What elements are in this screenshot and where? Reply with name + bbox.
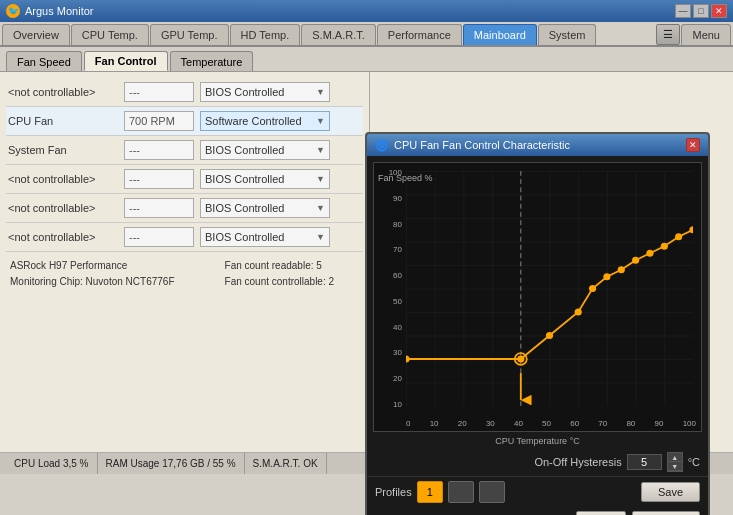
fan-label-system: System Fan <box>8 144 118 156</box>
fan-row-1: <not controllable> --- BIOS Controlled ▼ <box>6 78 363 107</box>
chevron-down-icon: ▼ <box>316 145 325 155</box>
dialog: 🌀 CPU Fan Fan Control Characteristic ✕ F… <box>365 132 710 515</box>
tab-hd-temp[interactable]: HD Temp. <box>230 24 301 45</box>
profile-button-1[interactable]: 1 <box>417 481 443 503</box>
fan-control-4[interactable]: BIOS Controlled ▼ <box>200 227 330 247</box>
fan-control-system[interactable]: BIOS Controlled ▼ <box>200 140 330 160</box>
sub-tab-fan-control[interactable]: Fan Control <box>84 51 168 71</box>
fan-count-controllable: Fan count controllable: 2 <box>225 274 335 290</box>
fan-speed-4: --- <box>124 227 194 247</box>
fan-speed-cpu: 700 RPM <box>124 111 194 131</box>
sub-tabs: Fan Speed Fan Control Temperature <box>0 47 733 72</box>
save-button[interactable]: Save <box>641 482 700 502</box>
tab-smart[interactable]: S.M.A.R.T. <box>301 24 376 45</box>
profiles-row: Profiles 1 Save <box>367 476 708 507</box>
sub-tab-fan-speed[interactable]: Fan Speed <box>6 51 82 71</box>
app-title: Argus Monitor <box>25 5 93 17</box>
fan-label-3: <not controllable> <box>8 202 118 214</box>
board-name: ASRock H97 Performance <box>10 258 175 274</box>
fan-control-3[interactable]: BIOS Controlled ▼ <box>200 198 330 218</box>
svg-point-4 <box>546 332 553 339</box>
sub-tab-temperature[interactable]: Temperature <box>170 51 254 71</box>
minimize-button[interactable]: — <box>675 4 691 18</box>
dialog-title-bar: 🌀 CPU Fan Fan Control Characteristic ✕ <box>367 134 708 156</box>
chevron-down-icon: ▼ <box>316 174 325 184</box>
title-bar-left: 🐦 Argus Monitor <box>6 4 93 18</box>
tab-mainboard[interactable]: Mainboard <box>463 24 537 45</box>
fan-row-3: <not controllable> --- BIOS Controlled ▼ <box>6 194 363 223</box>
chevron-down-icon: ▼ <box>316 87 325 97</box>
dialog-close-button[interactable]: ✕ <box>686 138 700 152</box>
fan-count-readable: Fan count readable: 5 <box>225 258 335 274</box>
tab-system[interactable]: System <box>538 24 597 45</box>
fan-row-system: System Fan --- BIOS Controlled ▼ <box>6 136 363 165</box>
smart-status: S.M.A.R.T. OK <box>245 453 327 474</box>
svg-point-5 <box>575 308 582 315</box>
svg-rect-0 <box>406 171 693 406</box>
chevron-down-icon: ▼ <box>316 116 325 126</box>
menu-icon[interactable]: ☰ <box>656 24 680 45</box>
tab-performance[interactable]: Performance <box>377 24 462 45</box>
info-section: ASRock H97 Performance Monitoring Chip: … <box>6 252 363 292</box>
svg-point-10 <box>646 250 653 257</box>
fan-speed-3: --- <box>124 198 194 218</box>
left-panel: <not controllable> --- BIOS Controlled ▼… <box>0 72 370 452</box>
fan-control-1[interactable]: BIOS Controlled ▼ <box>200 82 330 102</box>
fan-control-2[interactable]: BIOS Controlled ▼ <box>200 169 330 189</box>
hysteresis-label: On-Off Hysteresis <box>534 456 621 468</box>
fan-label-4: <not controllable> <box>8 231 118 243</box>
svg-point-6 <box>589 285 596 292</box>
svg-point-11 <box>661 243 668 250</box>
hysteresis-row: On-Off Hysteresis ▲ ▼ °C <box>367 448 708 476</box>
tab-overview[interactable]: Overview <box>2 24 70 45</box>
cancel-button[interactable]: Cancel <box>632 511 700 515</box>
fan-row-2: <not controllable> --- BIOS Controlled ▼ <box>6 165 363 194</box>
close-button[interactable]: ✕ <box>711 4 727 18</box>
chart-svg <box>406 171 693 406</box>
spin-up-button[interactable]: ▲ <box>668 453 682 462</box>
fan-label-cpu: CPU Fan <box>8 115 118 127</box>
app-icon: 🐦 <box>6 4 20 18</box>
svg-point-3 <box>517 355 524 362</box>
chevron-down-icon: ▼ <box>316 203 325 213</box>
cpu-load-status: CPU Load 3,5 % <box>6 453 98 474</box>
fan-speed-system: --- <box>124 140 194 160</box>
profile-button-2[interactable] <box>448 481 474 503</box>
hysteresis-input[interactable] <box>627 454 662 470</box>
spin-down-button[interactable]: ▼ <box>668 462 682 471</box>
tab-gpu-temp[interactable]: GPU Temp. <box>150 24 229 45</box>
nav-tabs: Overview CPU Temp. GPU Temp. HD Temp. S.… <box>0 22 733 47</box>
hysteresis-unit: °C <box>688 456 700 468</box>
fan-row-cpu: CPU Fan 700 RPM Software Controlled ▼ <box>6 107 363 136</box>
fan-label-1: <not controllable> <box>8 86 118 98</box>
title-bar: 🐦 Argus Monitor — □ ✕ <box>0 0 733 22</box>
dialog-action-buttons: OK Cancel <box>367 507 708 515</box>
fan-speed-2: --- <box>124 169 194 189</box>
window-controls: — □ ✕ <box>675 4 727 18</box>
x-axis-label: CPU Temperature °C <box>367 436 708 446</box>
profile-button-3[interactable] <box>479 481 505 503</box>
tab-cpu-temp[interactable]: CPU Temp. <box>71 24 149 45</box>
svg-point-7 <box>603 273 610 280</box>
fan-speed-1: --- <box>124 82 194 102</box>
chevron-down-icon: ▼ <box>316 232 325 242</box>
fan-control-cpu[interactable]: Software Controlled ▼ <box>200 111 330 131</box>
chart-area: Fan Speed % <box>373 162 702 432</box>
hysteresis-spinner: ▲ ▼ <box>667 452 683 472</box>
maximize-button[interactable]: □ <box>693 4 709 18</box>
ok-button[interactable]: OK <box>576 511 626 515</box>
dialog-title: CPU Fan Fan Control Characteristic <box>394 139 570 151</box>
fan-row-4: <not controllable> --- BIOS Controlled ▼ <box>6 223 363 252</box>
svg-point-12 <box>675 233 682 240</box>
chip-name: Monitoring Chip: Nuvoton NCT6776F <box>10 274 175 290</box>
fan-label-2: <not controllable> <box>8 173 118 185</box>
svg-point-9 <box>632 257 639 264</box>
ram-usage-status: RAM Usage 17,76 GB / 55 % <box>98 453 245 474</box>
profiles-label: Profiles <box>375 486 412 498</box>
svg-point-8 <box>618 266 625 273</box>
menu-button[interactable]: Menu <box>681 24 731 45</box>
